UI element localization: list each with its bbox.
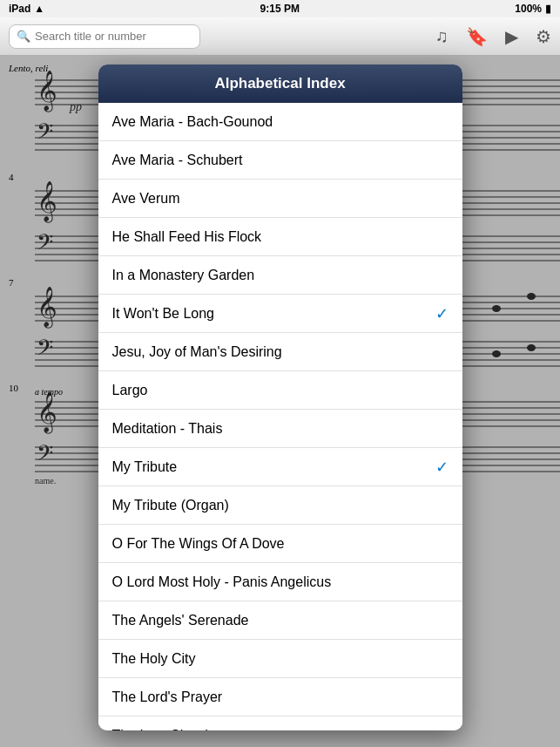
- list-item[interactable]: Meditation - Thais: [98, 410, 462, 448]
- search-bar[interactable]: 🔍: [9, 24, 200, 49]
- list-item[interactable]: Ave Maria - Bach-Gounod: [98, 103, 462, 141]
- modal-list[interactable]: Ave Maria - Bach-GounodAve Maria - Schub…: [98, 103, 462, 730]
- list-item[interactable]: My Tribute✓: [98, 448, 462, 486]
- list-item-label: Meditation - Thais: [112, 421, 223, 437]
- list-item[interactable]: The Lost Chord: [98, 716, 462, 730]
- checkmark-icon: ✓: [435, 304, 449, 323]
- bookmark-icon[interactable]: 🔖: [466, 26, 488, 47]
- list-item-label: My Tribute: [112, 459, 178, 475]
- toolbar-icons: ♫ 🔖 ▶ ⚙: [435, 26, 551, 47]
- modal-title: Alphabetical Index: [214, 75, 345, 92]
- modal-header: Alphabetical Index: [98, 65, 462, 103]
- list-item-label: He Shall Feed His Flock: [112, 229, 262, 245]
- list-item[interactable]: O Lord Most Holy - Panis Angelicus: [98, 563, 462, 601]
- list-item-label: My Tribute (Organ): [112, 498, 229, 513]
- list-item-label: The Holy City: [112, 651, 196, 667]
- ipad-label: iPad: [9, 3, 30, 15]
- list-item-label: The Lost Chord: [112, 728, 208, 731]
- status-time: 9:15 PM: [260, 3, 300, 15]
- list-item[interactable]: The Lord's Prayer: [98, 678, 462, 716]
- list-item[interactable]: The Holy City: [98, 640, 462, 678]
- list-item[interactable]: The Angels' Serenade: [98, 601, 462, 640]
- list-item[interactable]: Ave Verum: [98, 180, 462, 218]
- list-item[interactable]: He Shall Feed His Flock: [98, 218, 462, 256]
- list-item-label: Ave Maria - Schubert: [112, 153, 243, 168]
- play-icon[interactable]: ▶: [505, 26, 518, 47]
- gear-icon[interactable]: ⚙: [536, 26, 551, 47]
- status-bar: iPad ▲ 9:15 PM 100% ▮: [0, 0, 560, 17]
- list-item-label: The Angels' Serenade: [112, 613, 249, 628]
- music-note-icon[interactable]: ♫: [435, 26, 449, 46]
- list-item-label: In a Monastery Garden: [112, 268, 255, 283]
- list-item-label: It Won't Be Long: [112, 306, 215, 322]
- search-input[interactable]: [35, 30, 192, 43]
- list-item-label: O Lord Most Holy - Panis Angelicus: [112, 574, 332, 590]
- list-item-label: O For The Wings Of A Dove: [112, 536, 285, 552]
- toolbar: 🔍 ♫ 🔖 ▶ ⚙: [0, 17, 560, 56]
- checkmark-icon: ✓: [435, 458, 449, 477]
- list-item[interactable]: Ave Maria - Schubert: [98, 141, 462, 180]
- list-item[interactable]: In a Monastery Garden: [98, 256, 462, 295]
- list-item[interactable]: Jesu, Joy of Man's Desiring: [98, 333, 462, 371]
- list-item[interactable]: My Tribute (Organ): [98, 486, 462, 525]
- modal-overlay: Alphabetical Index Ave Maria - Bach-Goun…: [0, 56, 560, 747]
- list-item-label: The Lord's Prayer: [112, 689, 223, 705]
- search-icon: 🔍: [17, 30, 30, 43]
- list-item-label: Ave Maria - Bach-Gounod: [112, 114, 273, 130]
- list-item-label: Ave Verum: [112, 191, 180, 207]
- list-item[interactable]: Largo: [98, 371, 462, 410]
- list-item-label: Jesu, Joy of Man's Desiring: [112, 344, 282, 360]
- status-left: iPad ▲: [9, 3, 44, 15]
- alphabetical-index-modal: Alphabetical Index Ave Maria - Bach-Goun…: [98, 65, 462, 730]
- list-item[interactable]: O For The Wings Of A Dove: [98, 525, 462, 563]
- list-item-label: Largo: [112, 383, 148, 398]
- battery-icon: ▮: [545, 3, 551, 15]
- list-item[interactable]: It Won't Be Long✓: [98, 295, 462, 333]
- battery-label: 100%: [515, 3, 542, 15]
- wifi-icon: ▲: [34, 3, 44, 15]
- status-right: 100% ▮: [515, 3, 551, 15]
